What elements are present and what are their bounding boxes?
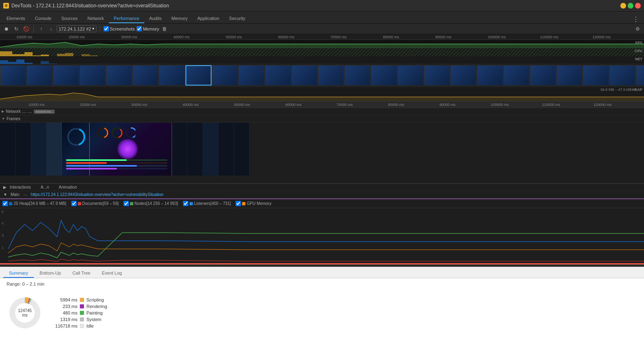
- bottom-content: Range: 0 – 2.1 min: [0, 278, 644, 338]
- tab-performance[interactable]: Performance: [109, 14, 144, 23]
- nodes-checkbox[interactable]: Nodes[14 256 – 14 993]: [124, 201, 178, 206]
- painting-ms: 480 ms: [53, 310, 77, 315]
- screenshot-thumb-7[interactable]: [185, 65, 212, 86]
- screenshot-thumb-4[interactable]: [106, 65, 132, 86]
- heap-chart: [0, 87, 644, 101]
- maximize-button[interactable]: [628, 3, 633, 9]
- settings-button[interactable]: ⚙: [633, 25, 642, 33]
- screenshot-thumb-8[interactable]: [212, 65, 238, 86]
- frame-1[interactable]: [15, 123, 31, 176]
- documents-check[interactable]: [71, 201, 77, 206]
- delete-button[interactable]: 🗑: [161, 25, 169, 33]
- memory-checkboxes: JS Heap[34.6 MB – 47.9 MB] Documents[59 …: [0, 199, 644, 208]
- tab-summary[interactable]: Summary: [3, 269, 34, 278]
- tab-sources[interactable]: Sources: [56, 14, 82, 23]
- gpu-memory-checkbox[interactable]: GPU Memory: [236, 201, 271, 206]
- tab-application[interactable]: Application: [192, 14, 224, 23]
- screenshot-thumb-17[interactable]: [450, 65, 476, 86]
- frame-4[interactable]: [172, 123, 187, 176]
- screenshot-thumb-23[interactable]: [609, 65, 635, 86]
- tab-console[interactable]: Console: [30, 14, 56, 23]
- memory-check-input[interactable]: [137, 26, 142, 31]
- frame-6[interactable]: [203, 123, 218, 176]
- frames-expand[interactable]: ▼: [2, 117, 5, 121]
- tab-memory[interactable]: Memory: [166, 14, 192, 23]
- frame-3[interactable]: [46, 123, 62, 176]
- interactions-bar: ▶ Interactions A...n Animation: [0, 184, 644, 191]
- profile-selector[interactable]: 172.24.1.122 #2 ▾: [57, 25, 97, 32]
- screenshot-thumb-11[interactable]: [291, 65, 318, 86]
- frame-screenshot[interactable]: [62, 123, 172, 176]
- ruler-4: 50000 ms: [225, 35, 278, 39]
- screenshot-thumb-15[interactable]: [397, 65, 423, 86]
- documents-checkbox[interactable]: Documents[59 – 59]: [71, 201, 119, 206]
- download-button[interactable]: ↓: [47, 25, 55, 33]
- screenshot-thumb-2[interactable]: [53, 65, 79, 86]
- interactions-expand[interactable]: ▶: [3, 185, 7, 189]
- screenshot-thumb-20[interactable]: [530, 65, 556, 86]
- listeners-label: Listeners[400 – 731]: [194, 201, 231, 206]
- nodes-check[interactable]: [124, 201, 129, 206]
- gpu-memory-label: GPU Memory: [247, 201, 271, 206]
- gpu-memory-check[interactable]: [236, 201, 241, 206]
- upload-button[interactable]: ↑: [37, 25, 45, 33]
- tab-eventlog[interactable]: Event Log: [96, 269, 128, 278]
- tl-ruler-1: 20000 ms: [79, 103, 130, 107]
- close-button[interactable]: [635, 3, 641, 9]
- frames-area[interactable]: [0, 123, 644, 184]
- tl-ruler-9: 100000 ms: [490, 103, 541, 107]
- listeners-checkbox[interactable]: Listeners[400 – 731]: [183, 201, 231, 206]
- screenshot-thumb-14[interactable]: [371, 65, 397, 86]
- screenshot-thumb-0[interactable]: [0, 65, 26, 86]
- screenshot-thumb-1[interactable]: [26, 65, 53, 86]
- screenshot-strip[interactable]: (function() { const strip = document.que…: [0, 64, 644, 87]
- tab-audits[interactable]: Audits: [144, 14, 167, 23]
- screenshot-thumb-24[interactable]: [636, 65, 644, 86]
- listeners-check[interactable]: [183, 201, 188, 206]
- screenshots-checkbox[interactable]: Screenshots: [104, 26, 135, 31]
- network-label: Network .... .... recent-ev... 172....: [6, 109, 55, 114]
- idle-dot: [80, 324, 84, 328]
- screenshot-thumb-10[interactable]: [265, 65, 291, 86]
- minimize-button[interactable]: [620, 3, 626, 9]
- tab-calltree[interactable]: Call Tree: [67, 269, 96, 278]
- network-expand[interactable]: ▶: [2, 110, 4, 113]
- main-label: Main: [11, 192, 20, 197]
- frame-8[interactable]: [234, 123, 249, 176]
- screenshot-thumb-12[interactable]: [318, 65, 344, 86]
- frame-7[interactable]: [218, 123, 234, 176]
- frame-5[interactable]: [187, 123, 203, 176]
- idle-ms: 116718 ms: [53, 323, 77, 328]
- screenshot-thumb-22[interactable]: [583, 65, 609, 86]
- more-tabs-button[interactable]: ⋮: [629, 15, 642, 23]
- screenshot-thumb-19[interactable]: [503, 65, 529, 86]
- screenshot-thumb-6[interactable]: [159, 65, 185, 86]
- memory-checkbox[interactable]: Memory: [137, 26, 159, 31]
- tab-security[interactable]: Security: [224, 14, 250, 23]
- svg-text:3: 3: [2, 233, 4, 238]
- clear-button[interactable]: 🚫: [22, 25, 30, 33]
- tab-network[interactable]: Network: [83, 14, 109, 23]
- main-expand[interactable]: ▼: [3, 192, 7, 197]
- reload-button[interactable]: ↻: [12, 25, 20, 33]
- screenshot-thumb-21[interactable]: [556, 65, 582, 86]
- js-heap-check[interactable]: [2, 201, 8, 206]
- screenshot-thumb-3[interactable]: [79, 65, 106, 86]
- screenshot-thumb-16[interactable]: [424, 65, 450, 86]
- screenshot-thumb-9[interactable]: [238, 65, 265, 86]
- tab-elements[interactable]: Elements: [2, 14, 30, 23]
- screenshot-thumb-13[interactable]: [344, 65, 371, 86]
- screenshot-thumb-18[interactable]: [477, 65, 503, 86]
- record-button[interactable]: ⏺: [2, 25, 11, 33]
- screenshots-check-input[interactable]: [104, 26, 109, 31]
- screenshot-thumb-5[interactable]: [132, 65, 159, 86]
- ruler-11: 120000 ms: [592, 35, 644, 39]
- tl-ruler-8: 90000 ms: [439, 103, 490, 107]
- ruler-8: 90000 ms: [434, 35, 487, 39]
- frame-2[interactable]: [31, 123, 46, 176]
- js-heap-checkbox[interactable]: JS Heap[34.6 MB – 47.9 MB]: [2, 201, 66, 206]
- frame-0[interactable]: [0, 123, 15, 176]
- tab-bottomup[interactable]: Bottom-Up: [34, 269, 67, 278]
- heap-label: HEAP: [632, 88, 642, 92]
- scripting-dot: [80, 298, 84, 302]
